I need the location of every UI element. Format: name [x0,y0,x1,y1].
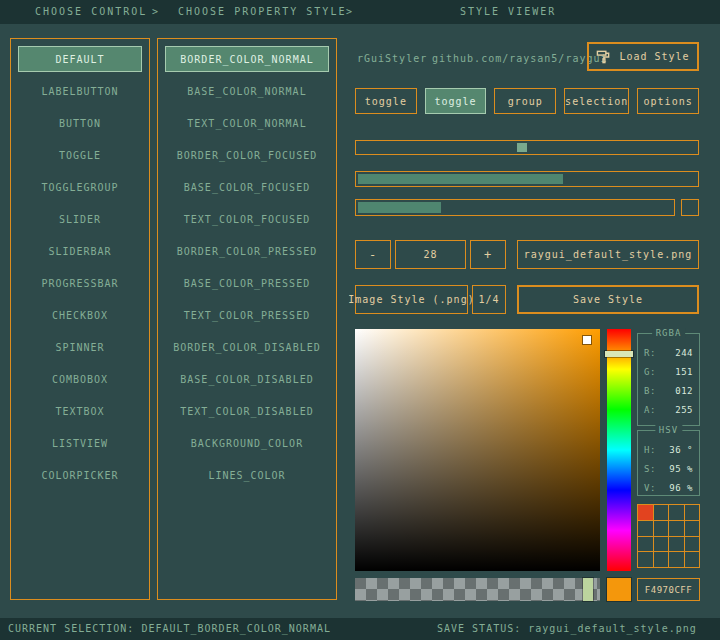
property-list-item[interactable]: TEXT_COLOR_PRESSED [165,302,329,328]
rgba-row-label: R: [644,348,656,358]
control-list-item[interactable]: COMBOBOX [18,366,142,392]
save-style-button[interactable]: Save Style [517,285,699,314]
control-list-item[interactable]: SLIDER [18,206,142,232]
rguistyler-window: CHOOSE CONTROL > CHOOSE PROPERTY STYLE >… [0,0,720,640]
topbar-choose-property-style: CHOOSE PROPERTY STYLE [178,0,346,24]
property-list-item[interactable]: BORDER_COLOR_PRESSED [165,238,329,264]
control-list-item[interactable]: LABELBUTTON [18,78,142,104]
control-list-item-label: TOGGLE [59,150,101,161]
color-sample-cell[interactable] [669,505,684,520]
control-list-item[interactable]: PROGRESSBAR [18,270,142,296]
property-list-item[interactable]: LINES_COLOR [165,462,329,488]
property-list-item[interactable]: BASE_COLOR_DISABLED [165,366,329,392]
property-list-item-label: TEXT_COLOR_DISABLED [180,406,313,417]
rgba-row: B: 012 [638,381,699,400]
combo-counter-value: 1/4 [478,294,499,305]
property-list-item[interactable]: BORDER_COLOR_DISABLED [165,334,329,360]
alpha-bar[interactable] [355,578,600,601]
breadcrumb-separator: > [346,0,354,24]
progress-end-box[interactable] [681,199,699,216]
toggle-button-label: group [508,96,543,107]
control-list-item[interactable]: CHECKBOX [18,302,142,328]
spinner-minus-button[interactable]: - [355,240,391,269]
slider-bar-fill [358,174,563,184]
control-list-item[interactable]: TEXTBOX [18,398,142,424]
control-list-item[interactable]: SLIDERBAR [18,238,142,264]
control-list-item-label: SLIDER [59,214,101,225]
hue-selector[interactable] [605,351,633,357]
rgba-row-value: 244 [675,348,693,358]
app-title: rGuiStyler [357,53,427,64]
hue-bar[interactable] [607,329,631,571]
breadcrumb-separator: > [152,0,160,24]
property-list-item[interactable]: BASE_COLOR_FOCUSED [165,174,329,200]
slider-bar[interactable] [355,171,699,187]
toggle-button[interactable]: group [494,88,556,114]
color-sample-cell[interactable] [685,521,700,536]
color-sample-cell[interactable] [669,521,684,536]
toggle-button[interactable]: options [637,88,699,114]
color-sample-cell[interactable] [654,521,669,536]
property-list-item-label: TEXT_COLOR_PRESSED [184,310,310,321]
color-samples-grid [637,504,700,568]
control-list-item-label: DEFAULT [55,54,104,65]
hsv-groupbox: HSV H: 36 ° S: 95 % V: 96 % [637,430,700,496]
spinner-value-box[interactable]: 28 [395,240,466,269]
property-list-item[interactable]: BORDER_COLOR_FOCUSED [165,142,329,168]
control-list-item[interactable]: LISTVIEW [18,430,142,456]
control-list-item-label: COLORPICKER [41,470,118,481]
color-sample-cell[interactable] [669,552,684,567]
color-sample-cell[interactable] [685,505,700,520]
color-panel-marker[interactable] [583,336,591,344]
control-list-item[interactable]: BUTTON [18,110,142,136]
rgba-groupbox: RGBA R: 244 G: 151 B: 012 A: [637,333,700,426]
property-list-item[interactable]: TEXT_COLOR_NORMAL [165,110,329,136]
hex-value-box[interactable]: F4970CFF [637,578,700,601]
control-list-item[interactable]: SPINNER [18,334,142,360]
toggle-button[interactable]: toggle [425,88,487,114]
toggle-button-label: options [644,96,693,107]
image-style-combo-button[interactable]: Image Style (.png) [355,285,468,314]
property-list-item-label: BACKGROUND_COLOR [191,438,303,449]
control-list-item[interactable]: TOGGLEGROUP [18,174,142,200]
repo-link[interactable]: github.com/raysan5/raygui [432,53,608,64]
control-list-item[interactable]: COLORPICKER [18,462,142,488]
color-sample-cell[interactable] [654,552,669,567]
hsv-groupbox-title: HSV [655,425,682,435]
slider[interactable] [355,140,699,155]
color-sample-cell[interactable] [669,537,684,552]
toggle-button[interactable]: selection [564,88,629,114]
save-style-label: Save Style [573,294,643,305]
property-list-item[interactable]: BACKGROUND_COLOR [165,430,329,456]
control-list-item[interactable]: TOGGLE [18,142,142,168]
load-style-button[interactable]: Load Style [587,42,699,71]
property-list-item[interactable]: BORDER_COLOR_NORMAL [165,46,329,72]
toggle-button[interactable]: toggle [355,88,417,114]
spinner-value: 28 [423,249,437,260]
spinner-plus-button[interactable]: + [470,240,506,269]
alpha-handle[interactable] [583,578,593,601]
slider-handle[interactable] [517,143,527,152]
rgba-row-label: B: [644,386,656,396]
property-list-item[interactable]: TEXT_COLOR_DISABLED [165,398,329,424]
color-sample-cell[interactable] [638,505,653,520]
property-list-item-label: BORDER_COLOR_DISABLED [173,342,320,353]
property-list-item-label: TEXT_COLOR_NORMAL [187,118,306,129]
property-list-item[interactable]: BASE_COLOR_PRESSED [165,270,329,296]
control-list-item[interactable]: DEFAULT [18,46,142,72]
color-sample-cell[interactable] [638,537,653,552]
color-sample-cell[interactable] [638,552,653,567]
color-saturation-value-panel[interactable] [355,329,600,571]
color-sample-cell[interactable] [654,505,669,520]
control-list-item-label: SPINNER [55,342,104,353]
property-list-item[interactable]: TEXT_COLOR_FOCUSED [165,206,329,232]
color-sample-cell[interactable] [654,537,669,552]
hsv-row-label: S: [644,464,656,474]
color-sample-cell[interactable] [685,552,700,567]
color-sample-cell[interactable] [638,521,653,536]
control-list-item-label: LISTVIEW [52,438,108,449]
property-list-item[interactable]: BASE_COLOR_NORMAL [165,78,329,104]
combo-counter-box[interactable]: 1/4 [472,285,506,314]
filename-textbox[interactable]: raygui_default_style.png [517,240,699,269]
color-sample-cell[interactable] [685,537,700,552]
